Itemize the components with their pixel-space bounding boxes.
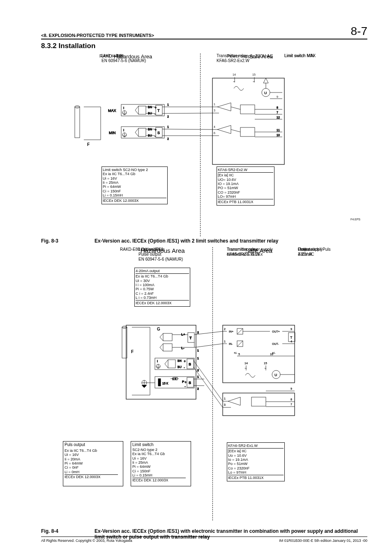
svg-text:14: 14 (244, 362, 248, 365)
svg-text:U: U (264, 91, 267, 95)
svg-text:~: ~ (253, 80, 255, 84)
svg-rect-125 (163, 333, 172, 341)
svg-text:9: 9 (291, 387, 292, 390)
svg-text:BN: BN (148, 128, 152, 131)
page-number: 8-7 (351, 25, 367, 38)
svg-text:-: - (184, 365, 185, 370)
svg-line-136 (194, 344, 223, 347)
svg-text:8: 8 (291, 398, 292, 401)
svg-text:3: 3 (224, 403, 226, 406)
svg-text:1: 1 (197, 375, 199, 378)
svg-text:1: 1 (167, 125, 169, 128)
svg-text:10: 10 (270, 353, 273, 356)
ls-pulse-title: Limit switch orPulse outputEN 60947-5-6 … (138, 247, 183, 262)
svg-text:2: 2 (197, 387, 199, 390)
svg-text:15: 15 (264, 362, 267, 365)
svg-text:6: 6 (214, 132, 215, 134)
svg-text:IN+: IN+ (229, 330, 233, 333)
svg-text:1: 1 (224, 340, 226, 343)
svg-text:+: + (184, 359, 186, 363)
svg-text:12: 12 (277, 116, 280, 119)
svg-text:L-: L- (181, 346, 184, 350)
svg-text:+/-: +/- (234, 352, 238, 354)
svg-text:14: 14 (233, 73, 236, 76)
svg-text:1: 1 (197, 357, 199, 360)
svg-text:T: T (189, 336, 192, 340)
svg-text:9: 9 (277, 95, 278, 98)
svg-text:~: ~ (264, 366, 266, 370)
svg-rect-35 (75, 107, 80, 138)
svg-line-54 (162, 113, 212, 113)
svg-text:11: 11 (277, 129, 280, 132)
ls-puls-label: Limit switch / Puls (298, 247, 330, 252)
footer-left: All Rights Reserved. Copyright © 2003, R… (41, 539, 132, 543)
svg-line-90 (237, 341, 243, 347)
svg-text:S: S (189, 362, 191, 366)
svg-text:2: 2 (197, 369, 199, 372)
svg-text:BU: BU (148, 112, 152, 115)
svg-text:BU: BU (148, 134, 152, 137)
svg-text:8: 8 (277, 106, 278, 109)
svg-text:-: - (184, 384, 186, 388)
svg-text:G: G (157, 327, 160, 331)
svg-text:I: I (123, 128, 124, 132)
svg-text:S: S (189, 381, 191, 385)
svg-rect-113 (251, 397, 266, 406)
spec-left: Limit switch SC2-NO type 2Ex ia IIC T6..… (101, 166, 168, 204)
svg-text:2: 2 (167, 137, 169, 140)
svg-text:10: 10 (277, 134, 280, 136)
svg-text:+: + (184, 380, 187, 384)
svg-text:OUT+: OUT+ (272, 330, 280, 333)
eps-label: F4.EPS (350, 218, 360, 221)
tx-relay-title-2: Transmitter relayKFA6-SR2-Ex1.W (227, 247, 260, 257)
svg-rect-61 (138, 128, 146, 136)
svg-rect-132 (163, 344, 172, 351)
page-footer: All Rights Reserved. Copyright © 2003, R… (41, 536, 367, 543)
svg-text:5: 5 (238, 353, 240, 356)
svg-rect-13 (240, 105, 255, 114)
svg-text:L+: L+ (181, 333, 185, 336)
svg-text:U: U (274, 373, 277, 377)
svg-text:F: F (87, 142, 90, 147)
svg-rect-0 (212, 78, 284, 164)
svg-text:3: 3 (214, 109, 215, 112)
svg-text:1: 1 (197, 349, 199, 352)
svg-text:T: T (290, 335, 293, 340)
svg-text:2: 2 (197, 331, 199, 334)
svg-rect-108 (223, 393, 295, 416)
svg-line-34 (231, 130, 240, 132)
svg-text:MAX: MAX (108, 109, 116, 113)
svg-text:15 K: 15 K (162, 382, 168, 385)
svg-text:7: 7 (277, 111, 278, 114)
svg-line-70 (162, 129, 212, 130)
svg-text:7: 7 (291, 403, 292, 406)
svg-rect-158 (158, 379, 161, 386)
svg-rect-43 (138, 106, 146, 114)
svg-text:OUT-: OUT- (272, 342, 279, 345)
svg-text:4: 4 (291, 340, 292, 343)
svg-text:~: ~ (233, 80, 235, 84)
svg-text:BU: BU (178, 365, 182, 368)
svg-text:~: ~ (244, 366, 247, 370)
fig1-caption: Fig. 8-3Ex-Version acc. IECEx (Option /E… (41, 238, 367, 244)
svg-line-33 (231, 107, 240, 109)
svg-text:I: I (157, 359, 158, 363)
svg-text:T: T (157, 109, 160, 113)
svg-text:-: - (154, 112, 156, 116)
svg-rect-142 (168, 360, 175, 368)
svg-text:S: S (157, 131, 160, 135)
svg-text:BN: BN (148, 106, 152, 109)
svg-text:F: F (131, 349, 134, 354)
svg-text:1: 1 (224, 397, 226, 400)
svg-line-79 (237, 328, 243, 334)
fig2-diagram: 2 IN+ OUT+ 9 T 1 IN- OUT- 4 +/- +/- 510 … (48, 321, 360, 444)
svg-rect-20 (240, 127, 255, 136)
footer-right: IM 01R01B30-00E-E 5th edition January 01… (279, 539, 367, 543)
header-title: <8. EXPLOSION-PROTECTED TYPE INSTRUMENTS… (41, 33, 154, 38)
svg-text:1: 1 (167, 103, 169, 106)
svg-text:I: I (123, 106, 124, 110)
spec-right: KFA6-SR2-Ex2.W[Ex ia] IICUO= 10.6VIO = 1… (217, 166, 274, 206)
svg-text:15: 15 (252, 73, 256, 76)
svg-text:IN-: IN- (229, 342, 233, 345)
svg-text:MIN: MIN (109, 131, 116, 135)
